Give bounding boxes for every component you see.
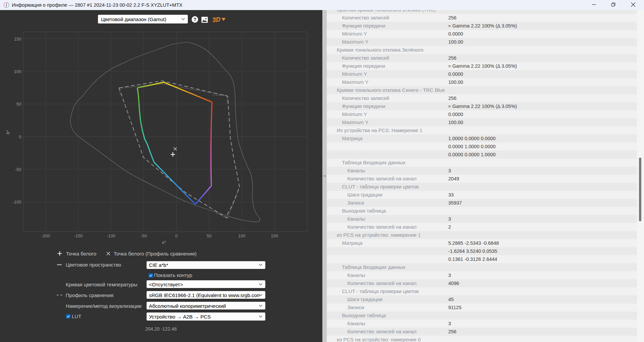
- svg-text:-100: -100: [12, 199, 21, 205]
- svg-text:0: 0: [19, 134, 21, 139]
- svg-text:50: 50: [16, 102, 21, 107]
- svg-text:-150: -150: [74, 233, 83, 238]
- svg-text:0: 0: [175, 233, 177, 238]
- svg-text:-200: -200: [41, 233, 50, 238]
- svg-text:150: 150: [271, 233, 278, 238]
- svg-text:50: 50: [207, 233, 211, 238]
- svg-text:?: ?: [193, 16, 196, 22]
- svg-text:100: 100: [238, 233, 246, 238]
- svg-text:3D: 3D: [212, 16, 221, 23]
- svg-text:-50: -50: [141, 233, 147, 238]
- svg-text:i: i: [6, 3, 7, 7]
- svg-text:-100: -100: [107, 233, 115, 238]
- svg-text:150: 150: [14, 37, 21, 42]
- svg-text:-50: -50: [15, 167, 21, 172]
- svg-text:a*: a*: [162, 240, 166, 245]
- svg-text:100: 100: [14, 69, 21, 74]
- svg-text:b*: b*: [5, 130, 10, 134]
